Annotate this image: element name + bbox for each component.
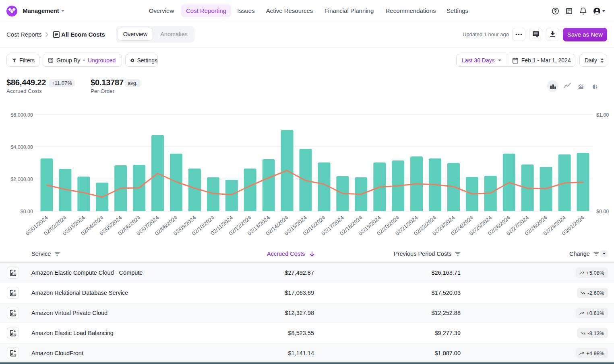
svg-text:$0.00: $0.00 (21, 209, 33, 214)
svg-text:$1.00: $1.00 (596, 112, 609, 118)
svg-text:$6,000.00: $6,000.00 (10, 112, 33, 118)
svg-text:$0.00: $0.00 (596, 209, 609, 214)
svg-text:$2,000.00: $2,000.00 (10, 177, 33, 182)
svg-text:$4,000.00: $4,000.00 (10, 144, 33, 150)
